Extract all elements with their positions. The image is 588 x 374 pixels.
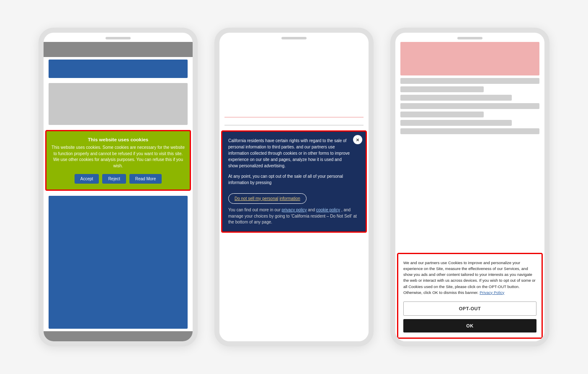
phone-3-gray-line-1 xyxy=(400,78,539,84)
phone-2-divider xyxy=(224,125,364,125)
phone-1-content: This website uses cookies This website u… xyxy=(44,42,193,341)
phone-3-spacer xyxy=(395,134,544,250)
phone-2-opt-out-button[interactable]: Do not sell my personal information xyxy=(228,193,307,204)
phone-3-gray-line-3 xyxy=(400,95,512,101)
phone-3-privacy-link[interactable]: Privacy Policy xyxy=(480,290,504,295)
phone-1-gray-bar-bottom xyxy=(44,331,193,341)
phone-1-gray-bar-top xyxy=(44,42,193,57)
phone-2: × California residents have certain righ… xyxy=(214,28,374,346)
phone-1-banner-title: This website uses cookies xyxy=(52,137,185,142)
phone-1-footer-blue xyxy=(49,196,188,329)
phone-2-cookie-banner: × California residents have certain righ… xyxy=(221,130,367,233)
phone-3: We and our partners use Cookies to impro… xyxy=(390,28,549,346)
phone-1-read-more-button[interactable]: Read More xyxy=(129,174,162,184)
phone-2-cookie-link[interactable]: cookie policy xyxy=(316,208,340,212)
phone-3-pink-block xyxy=(400,42,539,75)
phone-3-opt-out-button[interactable]: OPT-OUT xyxy=(403,301,536,316)
phone-3-cookie-banner: We and our partners use Cookies to impro… xyxy=(397,253,543,339)
phone-3-gray-line-5 xyxy=(400,112,484,117)
phone-3-screen: We and our partners use Cookies to impro… xyxy=(395,42,544,341)
phone-3-content: We and our partners use Cookies to impro… xyxy=(395,42,544,341)
phone-1-accept-button[interactable]: Accept xyxy=(75,174,99,184)
phone-2-opt-label: Do not sell my personal xyxy=(235,196,279,201)
phone-3-gray-line-4 xyxy=(400,103,539,109)
phone-3-speaker xyxy=(457,37,482,39)
phone-2-opt-highlight: information xyxy=(279,196,300,201)
phone-2-white-block xyxy=(224,42,364,117)
phone-1-screen: This website uses cookies This website u… xyxy=(44,42,193,341)
phone-1-blue-bar xyxy=(49,60,188,78)
phone-3-gray-line-6 xyxy=(400,120,512,126)
phone-1-reject-button[interactable]: Reject xyxy=(102,174,126,184)
phone-2-content: × California residents have certain righ… xyxy=(219,42,369,341)
phone-3-gray-line-7 xyxy=(400,128,539,134)
phone-2-screen: × California residents have certain righ… xyxy=(219,42,369,341)
phone-3-ok-button[interactable]: OK xyxy=(403,319,536,332)
phone-2-speaker xyxy=(281,37,307,39)
phone-3-banner-text: We and our partners use Cookies to impro… xyxy=(403,260,536,296)
phone-1-cookie-buttons: Accept Reject Read More xyxy=(52,174,185,184)
phone-3-gray-line-2 xyxy=(400,86,484,92)
phone-1-banner-text: This website uses cookies. Some cookies … xyxy=(52,145,185,169)
phone-1-speaker xyxy=(106,37,131,39)
phone-2-banner-text3: At any point, you can opt out of the sal… xyxy=(228,173,360,186)
phone-3-gray-blocks xyxy=(395,78,544,134)
phone-2-footer-text: You can find out more in our privacy pol… xyxy=(228,207,360,226)
phone-1-gray-block xyxy=(49,83,188,125)
phone-1-cookie-banner: This website uses cookies This website u… xyxy=(45,130,191,191)
phone-2-privacy-link[interactable]: privacy policy xyxy=(282,208,307,212)
phone-2-banner-text1: California residents have certain rights… xyxy=(228,138,360,169)
phone-1: This website uses cookies This website u… xyxy=(39,28,198,346)
phone-2-close-button[interactable]: × xyxy=(353,135,362,144)
